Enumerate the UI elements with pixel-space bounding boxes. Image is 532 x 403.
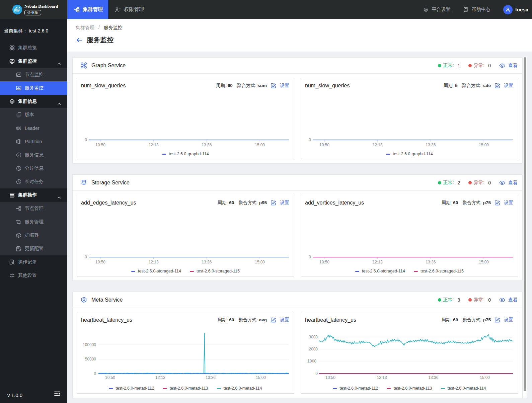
svg-text:10:50: 10:50 [319, 143, 329, 147]
svg-text:13:36: 13:36 [202, 143, 212, 147]
svg-text:13:36: 13:36 [426, 260, 436, 264]
svg-text:10:50: 10:50 [325, 375, 335, 380]
svg-text:13:36: 13:36 [202, 260, 212, 264]
svg-text:0: 0 [85, 138, 87, 142]
svg-text:15:00: 15:00 [479, 143, 489, 147]
svg-text:10:50: 10:50 [95, 143, 105, 147]
svg-text:15:00: 15:00 [479, 260, 489, 264]
svg-text:2000: 2000 [309, 347, 318, 351]
svg-text:12:13: 12:13 [149, 143, 159, 147]
svg-text:3000: 3000 [309, 335, 318, 339]
svg-text:12:13: 12:13 [149, 260, 159, 264]
svg-text:15:00: 15:00 [255, 143, 265, 147]
svg-text:10:50: 10:50 [105, 375, 115, 380]
svg-text:15:00: 15:00 [256, 375, 266, 380]
svg-text:0: 0 [94, 371, 96, 376]
svg-text:13:36: 13:36 [428, 375, 438, 380]
svg-text:12:13: 12:13 [373, 260, 383, 264]
svg-text:13:36: 13:36 [426, 143, 436, 147]
svg-text:12:13: 12:13 [155, 375, 165, 380]
svg-text:12:13: 12:13 [373, 143, 383, 147]
svg-text:0: 0 [315, 371, 318, 376]
svg-text:0: 0 [85, 255, 87, 259]
svg-text:1000: 1000 [307, 359, 316, 364]
svg-text:15:00: 15:00 [255, 260, 265, 264]
svg-text:10:50: 10:50 [95, 260, 105, 264]
svg-text:13:36: 13:36 [206, 375, 216, 380]
svg-text:0: 0 [309, 138, 311, 142]
svg-text:12:13: 12:13 [377, 375, 387, 380]
svg-text:0: 0 [309, 255, 311, 259]
svg-text:100000: 100000 [83, 342, 96, 347]
svg-text:50000: 50000 [85, 357, 96, 361]
svg-text:15:00: 15:00 [480, 375, 490, 380]
svg-text:10:50: 10:50 [319, 260, 329, 264]
svg-text:N: N [16, 8, 18, 11]
